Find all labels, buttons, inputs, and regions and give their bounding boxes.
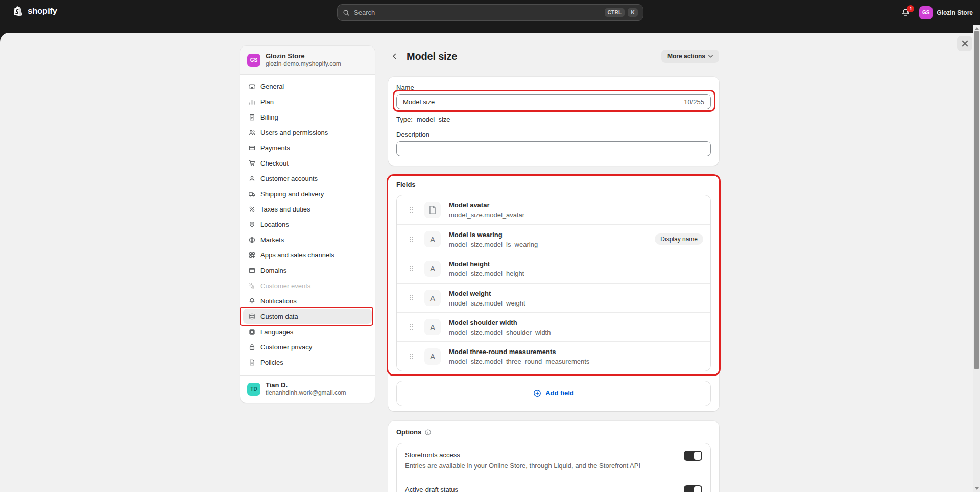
plus-circle-icon [533, 389, 541, 397]
type-value: model_size [417, 115, 450, 123]
page-scrollbar[interactable] [973, 25, 980, 492]
fields-list: Model avatar model_size.model_avatar A M… [396, 195, 711, 371]
field-row-model-weight[interactable]: A Model weight model_size.model_weight [397, 283, 710, 312]
name-label: Name [396, 84, 711, 91]
field-row-model-height[interactable]: A Model height model_size.model_height [397, 254, 710, 283]
chevron-down-icon [708, 55, 713, 58]
text-field-icon: A [424, 290, 441, 306]
scroll-up-arrow[interactable] [975, 27, 979, 30]
sidebar-item-locations[interactable]: Locations [243, 217, 372, 232]
back-button[interactable] [388, 50, 401, 63]
field-row-model-shoulder-width[interactable]: A Model shoulder width model_size.model_… [397, 312, 710, 341]
sidebar-item-label: Shipping and delivery [260, 190, 324, 198]
drag-handle-icon[interactable] [409, 324, 413, 330]
database-icon [248, 313, 256, 320]
field-row-model-avatar[interactable]: Model avatar model_size.model_avatar [397, 195, 710, 224]
sidebar-item-notifications[interactable]: Notifications [243, 293, 372, 309]
sidebar-item-label: Apps and sales channels [260, 251, 334, 259]
sidebar-item-label: General [260, 83, 284, 90]
active-draft-status-toggle[interactable] [684, 485, 702, 492]
field-key: model_size.model_shoulder_width [449, 329, 551, 337]
sidebar-item-customer-privacy[interactable]: Customer privacy [243, 339, 372, 355]
sidebar-item-policies[interactable]: Policies [243, 355, 372, 370]
field-title: Model height [449, 260, 490, 268]
users-icon [248, 129, 256, 136]
sidebar-item-apps-and-sales-channels[interactable]: Apps and sales channels [243, 247, 372, 263]
sidebar-item-plan[interactable]: Plan [243, 94, 372, 109]
sidebar-user-footer[interactable]: TD Tian D. tienanhdinh.work@gmail.com [240, 375, 375, 403]
option-title: Storefronts access [405, 451, 675, 459]
account-menu-button[interactable]: GS Glozin Store [919, 6, 973, 19]
sidebar-item-markets[interactable]: Markets [243, 232, 372, 247]
more-actions-button[interactable]: More actions [661, 50, 719, 63]
sidebar-item-label: Plan [260, 98, 274, 106]
user-email: tienanhdinh.work@gmail.com [266, 389, 346, 397]
sidebar-item-payments[interactable]: Payments [243, 140, 372, 155]
description-input[interactable] [396, 141, 711, 156]
options-card: Options Storefronts access Entries are a… [388, 421, 719, 492]
search-input[interactable]: Search CTRL K [337, 4, 643, 21]
truck-icon [248, 190, 256, 198]
shopify-settings-screen: shopify Search CTRL K 1 GS Glozin Store [0, 0, 980, 492]
close-button[interactable] [957, 36, 972, 51]
sidebar-item-general[interactable]: General [243, 79, 372, 94]
sidebar-item-label: Custom data [260, 313, 298, 320]
fields-heading: Fields [396, 181, 711, 189]
bell-icon [248, 297, 256, 305]
add-field-button[interactable]: Add field [396, 381, 711, 406]
options-list: Storefronts access Entries are available… [396, 443, 711, 492]
storefronts-access-toggle[interactable] [684, 451, 702, 461]
notification-badge: 1 [907, 5, 914, 12]
fields-card: Fields Model avatar model_size.model_ava… [388, 175, 719, 411]
store-avatar: GS [919, 6, 933, 19]
location-pin-icon [248, 221, 256, 228]
field-key: model_size.model_is_wearing [449, 241, 538, 249]
drag-handle-icon[interactable] [409, 354, 413, 360]
user-avatar: TD [247, 383, 260, 396]
sidebar-item-users-and-permissions[interactable]: Users and permissions [243, 125, 372, 140]
shopify-logo[interactable]: shopify [13, 5, 57, 17]
scroll-down-arrow[interactable] [975, 487, 979, 490]
field-row-model-three-round-measurements[interactable]: A Model three-round measurements model_s… [397, 341, 710, 370]
sidebar-item-label: Taxes and duties [260, 205, 310, 213]
store-domain: glozin-demo.myshopify.com [266, 60, 341, 68]
sidebar-item-shipping-and-delivery[interactable]: Shipping and delivery [243, 186, 372, 201]
field-key: model_size.model_three_round_measurement… [449, 358, 589, 366]
sidebar-item-label: Billing [260, 113, 278, 121]
sidebar-item-languages[interactable]: Languages [243, 324, 372, 339]
drag-handle-icon[interactable] [409, 207, 413, 213]
sidebar-item-taxes-and-duties[interactable]: Taxes and duties [243, 201, 372, 217]
field-key: model_size.model_weight [449, 299, 525, 308]
store-icon [248, 83, 256, 90]
drag-handle-icon[interactable] [409, 266, 413, 272]
sidebar-item-label: Markets [260, 236, 284, 244]
sidebar-item-checkout[interactable]: Checkout [243, 155, 372, 171]
text-field-icon: A [424, 319, 441, 335]
page-title: Model size [407, 51, 457, 62]
option-description: Entries are available in your Online Sto… [405, 461, 675, 470]
field-key: model_size.model_height [449, 270, 524, 278]
field-title: Model shoulder width [449, 319, 517, 326]
sidebar-item-label: Customer privacy [260, 343, 312, 351]
notifications-button[interactable]: 1 [901, 8, 911, 18]
sidebar-item-billing[interactable]: Billing [243, 109, 372, 125]
payments-icon [248, 144, 256, 152]
percent-icon [248, 205, 256, 213]
name-input[interactable]: Model size 10/255 [396, 94, 711, 109]
shopify-bag-icon [13, 5, 24, 17]
field-key: model_size.model_avatar [449, 211, 524, 219]
sidebar-store-header: GS Glozin Store glozin-demo.myshopify.co… [240, 46, 375, 75]
kbd-ctrl: CTRL [605, 8, 625, 17]
field-row-model-is-wearing[interactable]: A Model is wearing model_size.model_is_w… [397, 224, 710, 253]
sidebar-item-customer-accounts[interactable]: Customer accounts [243, 171, 372, 186]
sidebar-item-label: Payments [260, 144, 290, 152]
text-field-icon: A [424, 348, 441, 365]
field-title: Model weight [449, 290, 491, 297]
billing-icon [248, 113, 256, 121]
drag-handle-icon[interactable] [409, 295, 413, 301]
drag-handle-icon[interactable] [409, 236, 413, 242]
definition-card: Name Model size 10/255 Type: model_size … [388, 77, 719, 166]
scrollbar-thumb[interactable] [974, 31, 979, 369]
sidebar-item-domains[interactable]: Domains [243, 263, 372, 278]
sidebar-item-custom-data[interactable]: Custom data [243, 309, 372, 324]
